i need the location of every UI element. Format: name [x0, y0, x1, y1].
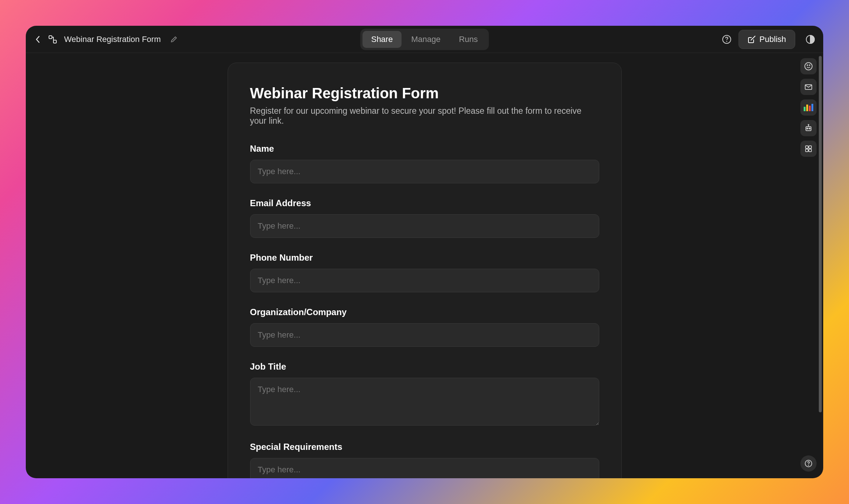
robot-icon — [804, 124, 813, 133]
organization-input[interactable] — [250, 323, 599, 347]
sidebar-bot-button[interactable] — [800, 120, 817, 136]
email-label: Email Address — [250, 198, 599, 208]
field-organization: Organization/Company — [250, 307, 599, 347]
svg-point-3 — [726, 41, 727, 41]
svg-rect-17 — [806, 149, 808, 152]
field-special-requirements: Special Requirements — [250, 442, 599, 478]
svg-point-11 — [807, 128, 808, 129]
tab-runs[interactable]: Runs — [450, 31, 487, 48]
sidebar-apps-button[interactable] — [800, 141, 817, 157]
form-card: Webinar Registration Form Register for o… — [228, 63, 622, 478]
theme-toggle-button[interactable] — [805, 34, 816, 45]
publish-button[interactable]: Publish — [739, 30, 795, 49]
tab-share[interactable]: Share — [362, 31, 402, 48]
svg-rect-0 — [49, 36, 52, 39]
special-requirements-label: Special Requirements — [250, 442, 599, 452]
tab-manage[interactable]: Manage — [402, 31, 449, 48]
svg-line-4 — [751, 36, 755, 40]
form-area: Webinar Registration Form Register for o… — [26, 53, 823, 478]
svg-point-6 — [805, 63, 812, 70]
svg-point-12 — [809, 128, 810, 129]
name-label: Name — [250, 144, 599, 154]
back-button[interactable] — [33, 35, 43, 44]
header-bar: Webinar Registration Form Share Manage R… — [26, 26, 823, 53]
scrollbar-thumb[interactable] — [819, 56, 822, 412]
form-title: Webinar Registration Form — [250, 85, 599, 102]
phone-input[interactable] — [250, 269, 599, 292]
external-link-icon — [748, 35, 756, 43]
right-sidebar — [800, 58, 817, 157]
half-circle-icon — [805, 34, 815, 45]
flow-icon — [48, 35, 57, 44]
scrollbar[interactable] — [819, 56, 822, 475]
svg-point-14 — [808, 124, 809, 125]
svg-point-8 — [809, 65, 810, 66]
info-button[interactable] — [722, 34, 732, 45]
svg-rect-15 — [806, 146, 808, 148]
main-content: Webinar Registration Form Register for o… — [26, 53, 823, 478]
sidebar-emoji-button[interactable] — [800, 58, 817, 74]
field-name: Name — [250, 144, 599, 183]
page-name: Webinar Registration Form — [64, 35, 161, 44]
special-requirements-input[interactable] — [250, 458, 599, 478]
phone-label: Phone Number — [250, 253, 599, 263]
field-phone: Phone Number — [250, 253, 599, 292]
sidebar-mail-button[interactable] — [800, 79, 817, 95]
field-job-title: Job Title — [250, 362, 599, 427]
publish-label: Publish — [759, 35, 786, 44]
svg-rect-18 — [809, 149, 811, 152]
header-left: Webinar Registration Form — [33, 35, 178, 44]
field-email: Email Address — [250, 198, 599, 238]
svg-point-7 — [807, 65, 808, 66]
grid-icon — [804, 144, 813, 153]
job-title-label: Job Title — [250, 362, 599, 372]
mail-icon — [804, 82, 813, 91]
form-description: Register for our upcoming webinar to sec… — [250, 106, 599, 126]
email-input[interactable] — [250, 214, 599, 238]
bar-chart-icon — [804, 104, 813, 111]
svg-rect-1 — [53, 40, 56, 43]
app-window: Webinar Registration Form Share Manage R… — [26, 26, 823, 478]
sidebar-chart-button[interactable] — [800, 99, 817, 116]
help-float-button[interactable] — [800, 455, 817, 472]
question-icon — [804, 459, 813, 468]
organization-label: Organization/Company — [250, 307, 599, 317]
chevron-left-icon — [35, 35, 41, 43]
job-title-input[interactable] — [250, 378, 599, 426]
pencil-icon — [170, 36, 178, 43]
svg-point-20 — [808, 465, 809, 465]
view-tabs: Share Manage Runs — [360, 29, 489, 50]
smiley-icon — [804, 62, 813, 71]
help-circle-icon — [722, 35, 732, 44]
name-input[interactable] — [250, 160, 599, 183]
svg-rect-16 — [809, 146, 811, 148]
header-right: Publish — [722, 30, 816, 49]
edit-name-button[interactable] — [169, 35, 178, 44]
